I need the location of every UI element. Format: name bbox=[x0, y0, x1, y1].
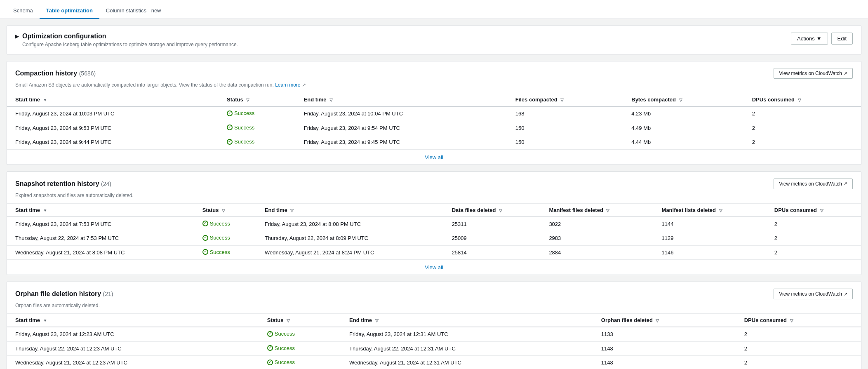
success-icon bbox=[267, 331, 273, 337]
sort-icon: ▽ bbox=[656, 318, 659, 323]
table-cell: Friday, August 23, 2024 at 7:53 PM UTC bbox=[7, 217, 194, 231]
table-cell: 2 bbox=[766, 231, 861, 246]
sort-icon: ▽ bbox=[820, 208, 823, 213]
status-badge: Success bbox=[227, 139, 254, 145]
table-cell: Friday, August 23, 2024 at 9:53 PM UTC bbox=[7, 121, 219, 135]
status-badge: Success bbox=[227, 110, 254, 116]
table-cell: 150 bbox=[507, 121, 623, 135]
tabs-bar: Schema Table optimization Column statist… bbox=[0, 0, 868, 19]
sort-icon: ▽ bbox=[246, 98, 249, 102]
table-cell: Friday, August 23, 2024 at 9:45 PM UTC bbox=[296, 135, 507, 150]
snapshot-col-start-time[interactable]: Start time ▼ bbox=[7, 203, 194, 217]
snapshot-subtitle: Expired snapshots and files are automati… bbox=[7, 193, 861, 203]
compaction-col-files[interactable]: Files compacted ▽ bbox=[507, 93, 623, 107]
config-actions: Actions ▼ Edit bbox=[791, 33, 853, 45]
orphan-col-start-time[interactable]: Start time ▼ bbox=[7, 314, 259, 327]
edit-button[interactable]: Edit bbox=[831, 33, 853, 45]
snapshot-view-all-link[interactable]: View all bbox=[425, 264, 443, 270]
success-icon bbox=[267, 360, 273, 365]
table-cell: Friday, August 23, 2024 at 9:54 PM UTC bbox=[296, 121, 507, 135]
compaction-subtitle: Small Amazon S3 objects are automaticall… bbox=[7, 82, 861, 93]
orphan-col-files-deleted[interactable]: Orphan files deleted ▽ bbox=[593, 314, 736, 327]
optimization-config-section: ▶ Optimization configuration Configure A… bbox=[7, 26, 861, 54]
compaction-col-bytes[interactable]: Bytes compacted ▽ bbox=[623, 93, 743, 107]
config-toggle-icon[interactable]: ▶ bbox=[15, 33, 19, 39]
table-cell: 4.44 Mb bbox=[623, 135, 743, 150]
table-cell: Friday, August 23, 2024 at 9:44 PM UTC bbox=[7, 135, 219, 150]
compaction-view-all-link[interactable]: View all bbox=[425, 154, 443, 160]
compaction-count: (5686) bbox=[79, 70, 96, 77]
table-cell: Friday, August 23, 2024 at 12:23 AM UTC bbox=[7, 327, 259, 341]
success-icon bbox=[227, 139, 233, 145]
table-cell: 3022 bbox=[541, 217, 653, 231]
status-badge: Success bbox=[267, 331, 295, 337]
compaction-learn-more-link[interactable]: Learn more bbox=[275, 82, 300, 88]
sort-icon: ▽ bbox=[287, 318, 290, 323]
table-cell: 2 bbox=[736, 356, 861, 369]
compaction-col-start-time[interactable]: Start time ▼ bbox=[7, 93, 219, 107]
status-badge: Success bbox=[202, 235, 230, 241]
sort-icon: ▽ bbox=[790, 318, 793, 323]
status-cell: Success bbox=[259, 341, 341, 356]
table-row: Friday, August 23, 2024 at 10:03 PM UTCS… bbox=[7, 106, 861, 121]
table-row: Wednesday, August 21, 2024 at 12:23 AM U… bbox=[7, 356, 861, 369]
success-icon bbox=[267, 345, 273, 351]
sort-icon: ▽ bbox=[222, 208, 225, 213]
tab-column-statistics[interactable]: Column statistics - new bbox=[99, 3, 168, 19]
table-cell: 2 bbox=[744, 121, 861, 135]
success-icon bbox=[227, 110, 233, 116]
snapshot-table-header-row: Start time ▼ Status ▽ End time ▽ Data fi… bbox=[7, 203, 861, 217]
table-cell: 2 bbox=[766, 217, 861, 231]
orphan-col-status[interactable]: Status ▽ bbox=[259, 314, 341, 327]
snapshot-col-dpus[interactable]: DPUs consumed ▽ bbox=[766, 203, 861, 217]
orphan-cloudwatch-button[interactable]: View metrics on CloudWatch ↗ bbox=[774, 289, 853, 299]
snapshot-view-all-row: View all bbox=[7, 260, 861, 275]
table-cell: Thursday, August 22, 2024 at 8:09 PM UTC bbox=[256, 231, 444, 246]
table-cell: 2 bbox=[744, 135, 861, 150]
table-row: Thursday, August 22, 2024 at 7:53 PM UTC… bbox=[7, 231, 861, 246]
success-icon bbox=[227, 125, 233, 130]
snapshot-header: Snapshot retention history (24) View met… bbox=[7, 172, 861, 193]
table-cell: 1146 bbox=[654, 245, 766, 260]
dropdown-icon: ▼ bbox=[816, 35, 822, 42]
sort-icon: ▼ bbox=[43, 98, 47, 102]
snapshot-col-end-time[interactable]: End time ▽ bbox=[256, 203, 444, 217]
orphan-col-dpus[interactable]: DPUs consumed ▽ bbox=[736, 314, 861, 327]
success-icon bbox=[202, 221, 208, 226]
page-content: ▶ Optimization configuration Configure A… bbox=[0, 26, 868, 369]
compaction-col-status[interactable]: Status ▽ bbox=[219, 93, 296, 107]
config-title: Optimization configuration bbox=[22, 33, 238, 40]
table-row: Friday, August 23, 2024 at 9:53 PM UTCSu… bbox=[7, 121, 861, 135]
snapshot-col-data-files[interactable]: Data files deleted ▽ bbox=[444, 203, 541, 217]
status-badge: Success bbox=[267, 359, 295, 365]
table-cell: Friday, August 23, 2024 at 8:08 PM UTC bbox=[256, 217, 444, 231]
actions-button[interactable]: Actions ▼ bbox=[791, 33, 828, 45]
status-cell: Success bbox=[194, 231, 256, 246]
tab-schema[interactable]: Schema bbox=[7, 3, 40, 19]
table-cell: 1148 bbox=[593, 341, 736, 356]
snapshot-col-manifest-lists[interactable]: Manifest lists deleted ▽ bbox=[654, 203, 766, 217]
table-row: Wednesday, August 21, 2024 at 8:08 PM UT… bbox=[7, 245, 861, 260]
config-desc: Configure Apache Iceberg table optimizat… bbox=[22, 42, 238, 47]
table-row: Friday, August 23, 2024 at 9:44 PM UTCSu… bbox=[7, 135, 861, 150]
table-cell: Thursday, August 22, 2024 at 12:23 AM UT… bbox=[7, 341, 259, 356]
status-badge: Success bbox=[227, 125, 254, 131]
snapshot-col-status[interactable]: Status ▽ bbox=[194, 203, 256, 217]
snapshot-cloudwatch-button[interactable]: View metrics on CloudWatch ↗ bbox=[774, 179, 853, 189]
compaction-cloudwatch-button[interactable]: View metrics on CloudWatch ↗ bbox=[774, 68, 853, 79]
sort-icon: ▽ bbox=[560, 98, 564, 102]
sort-icon: ▽ bbox=[290, 208, 294, 213]
orphan-history-section: Orphan file deletion history (21) View m… bbox=[7, 282, 861, 369]
compaction-col-dpus[interactable]: DPUs consumed ▽ bbox=[744, 93, 861, 107]
orphan-title: Orphan file deletion history (21) bbox=[15, 290, 113, 297]
table-cell: 2983 bbox=[541, 231, 653, 246]
snapshot-col-manifest-files[interactable]: Manifest files deleted ▽ bbox=[541, 203, 653, 217]
table-cell: Friday, August 23, 2024 at 10:04 PM UTC bbox=[296, 106, 507, 121]
table-cell: 168 bbox=[507, 106, 623, 121]
orphan-table-header-row: Start time ▼ Status ▽ End time ▽ Orphan … bbox=[7, 314, 861, 327]
external-link-icon: ↗ bbox=[844, 71, 847, 76]
table-cell: 1129 bbox=[654, 231, 766, 246]
orphan-col-end-time[interactable]: End time ▽ bbox=[341, 314, 593, 327]
tab-table-optimization[interactable]: Table optimization bbox=[40, 3, 99, 19]
compaction-col-end-time[interactable]: End time ▽ bbox=[296, 93, 507, 107]
